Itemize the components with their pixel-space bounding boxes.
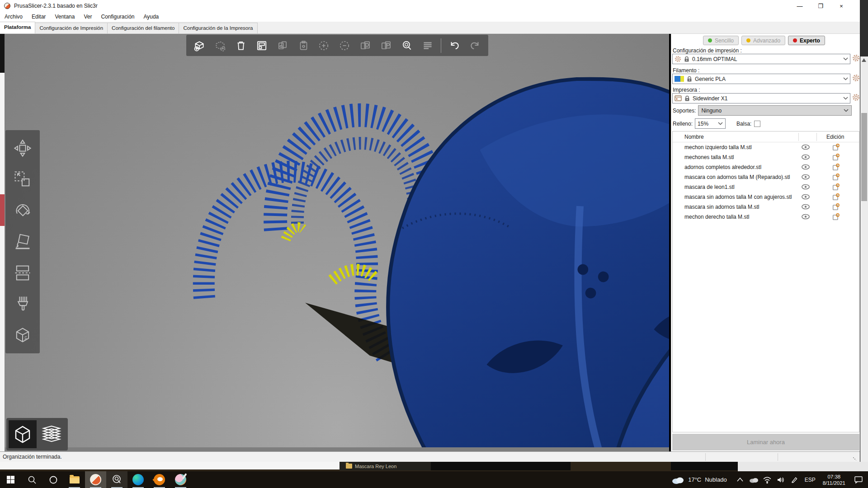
scrollbar-thumb[interactable]: [861, 113, 867, 201]
edit-object-icon[interactable]: [832, 154, 840, 161]
taskbar-gcode-viewer[interactable]: [106, 471, 127, 488]
scrollbar-up-arrow-icon[interactable]: [862, 58, 866, 62]
object-row[interactable]: mascara sin adornos talla M.stl: [673, 202, 859, 212]
paint-supports-icon[interactable]: [9, 290, 36, 318]
edit-object-icon[interactable]: [832, 193, 840, 201]
print-settings-gear-button[interactable]: [852, 54, 860, 62]
remove-instance-icon[interactable]: [335, 36, 354, 55]
object-row[interactable]: mechon derecho talla M.stl: [673, 212, 859, 222]
mode-avanzado-button[interactable]: Advanzado: [741, 36, 785, 45]
edit-object-icon[interactable]: [832, 213, 840, 221]
visibility-eye-icon[interactable]: [801, 174, 810, 180]
add-instance-icon[interactable]: [315, 36, 334, 55]
visibility-eye-icon[interactable]: [801, 144, 810, 150]
action-center-button[interactable]: [849, 471, 868, 488]
rotate-icon[interactable]: [9, 197, 36, 225]
edit-object-icon[interactable]: [832, 174, 840, 181]
tab-config-filamento[interactable]: Configuración del filamento: [107, 23, 179, 33]
object-row[interactable]: adornos completos alrededor.stl: [673, 162, 859, 172]
language-indicator[interactable]: ESP: [801, 477, 819, 483]
undo-icon[interactable]: [445, 36, 464, 55]
arrange-icon[interactable]: [252, 36, 271, 55]
variable-layer-height-icon[interactable]: [418, 36, 437, 55]
menu-configuracion[interactable]: Configuración: [96, 14, 139, 20]
supports-dropdown[interactable]: Ninguno: [698, 105, 852, 116]
menu-bar: Archivo Editar Ventana Ver Configuración…: [0, 12, 860, 22]
taskbar-file-explorer[interactable]: [64, 471, 85, 488]
close-button[interactable]: ×: [831, 0, 852, 12]
print-settings-value: 0.16mm OPTIMAL: [692, 56, 737, 62]
delete-all-icon[interactable]: [231, 36, 250, 55]
object-row[interactable]: mascara sin adornos talla M con agujeros…: [673, 192, 859, 202]
cut-icon[interactable]: [9, 259, 36, 287]
add-object-icon[interactable]: [190, 36, 209, 55]
visibility-eye-icon[interactable]: [801, 214, 810, 220]
printer-combo[interactable]: Sidewinder X1: [672, 93, 850, 103]
copy-icon[interactable]: [273, 36, 292, 55]
taskbar-prusaslicer[interactable]: [85, 471, 106, 488]
pen-tray-icon[interactable]: [788, 471, 801, 488]
menu-editar[interactable]: Editar: [27, 14, 50, 20]
taskbar-clock[interactable]: 07:38 8/11/2021: [819, 474, 849, 486]
tray-expand-button[interactable]: [733, 471, 747, 488]
taskbar-search-button[interactable]: [21, 471, 42, 488]
background-window-edge: [860, 0, 868, 56]
split-to-objects-icon[interactable]: [356, 36, 375, 55]
raft-checkbox[interactable]: [754, 121, 760, 127]
mode-experto-button[interactable]: Experto: [788, 36, 825, 45]
paste-icon[interactable]: [294, 36, 313, 55]
resize-grip[interactable]: [853, 457, 856, 460]
tab-config-impresora[interactable]: Configuración de la Impresora: [179, 23, 257, 33]
search-icon[interactable]: [397, 36, 416, 55]
edit-object-icon[interactable]: [832, 144, 840, 151]
scale-icon[interactable]: [9, 165, 36, 193]
seam-icon[interactable]: [9, 321, 36, 349]
visibility-eye-icon[interactable]: [801, 204, 810, 210]
volume-tray-icon[interactable]: [774, 471, 788, 488]
taskbar-blender[interactable]: [149, 471, 170, 488]
move-icon[interactable]: [9, 134, 36, 162]
tab-plataforma[interactable]: Plataforma: [0, 22, 35, 33]
taskbar-edge[interactable]: [127, 471, 149, 488]
wifi-tray-icon[interactable]: [760, 471, 774, 488]
minimize-button[interactable]: —: [789, 0, 810, 12]
menu-ventana[interactable]: Ventana: [50, 14, 79, 20]
menu-archivo[interactable]: Archivo: [0, 14, 27, 20]
object-row[interactable]: mascara de leon1.stl: [673, 182, 859, 192]
object-row[interactable]: mascara con adornos talla M (Reparado).s…: [673, 172, 859, 182]
edit-object-icon[interactable]: [832, 183, 840, 191]
object-row[interactable]: mechones talla M.stl: [673, 152, 859, 162]
print-settings-combo[interactable]: 0.16mm OPTIMAL: [672, 54, 850, 64]
delete-object-icon[interactable]: [211, 36, 230, 55]
filament-combo[interactable]: Generic PLA: [672, 74, 850, 84]
taskbar-paint[interactable]: [170, 471, 191, 488]
object-row[interactable]: mechon izquierdo talla M.stl: [673, 142, 859, 152]
editor-3d-view-icon[interactable]: [9, 420, 37, 448]
start-button[interactable]: [0, 471, 21, 488]
filament-gear-button[interactable]: [852, 74, 860, 82]
visibility-eye-icon[interactable]: [801, 184, 810, 190]
taskbar-weather[interactable]: 17°C Nublado: [671, 475, 733, 484]
onedrive-tray-icon[interactable]: [747, 471, 760, 488]
background-explorer-window[interactable]: Mascara Rey Leon: [340, 462, 431, 470]
cortana-button[interactable]: [42, 471, 64, 488]
tab-config-impresion[interactable]: Configuración de Impresión: [35, 23, 108, 33]
preview-layers-view-icon[interactable]: [38, 420, 66, 448]
maximize-button[interactable]: ❐: [810, 0, 831, 12]
slice-now-button[interactable]: Laminar ahora: [672, 434, 859, 450]
redo-icon[interactable]: [466, 36, 485, 55]
menu-ver[interactable]: Ver: [79, 14, 96, 20]
edit-object-icon[interactable]: [832, 203, 840, 211]
edit-object-icon[interactable]: [832, 164, 840, 171]
sidebar-scrollbar[interactable]: [860, 56, 868, 470]
viewport-3d[interactable]: [5, 34, 669, 451]
place-on-face-icon[interactable]: [9, 228, 36, 256]
visibility-eye-icon[interactable]: [801, 194, 810, 200]
visibility-eye-icon[interactable]: [801, 164, 810, 170]
menu-ayuda[interactable]: Ayuda: [139, 14, 163, 20]
mode-sencillo-button[interactable]: Sencillo: [703, 36, 739, 45]
printer-gear-button[interactable]: [852, 94, 860, 101]
visibility-eye-icon[interactable]: [801, 154, 810, 160]
split-to-parts-icon[interactable]: [377, 36, 396, 55]
infill-dropdown[interactable]: 15%: [695, 118, 726, 129]
